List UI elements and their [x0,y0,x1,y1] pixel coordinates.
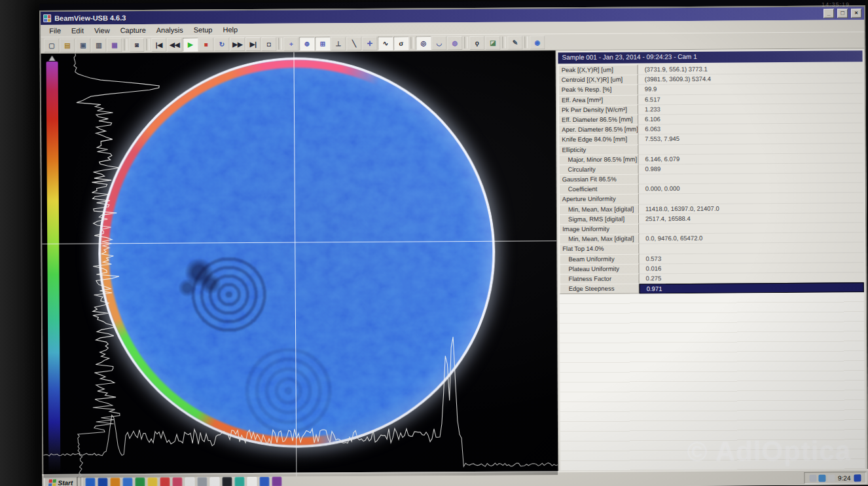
toolbar-separator [124,39,127,50]
line-fit-icon[interactable]: ∿ [378,36,393,50]
quicklaunch-icon[interactable] [147,477,157,486]
snapshot-icon[interactable]: ◘ [261,37,276,50]
menu-item-file[interactable]: File [44,26,66,35]
centroid-marker-icon[interactable]: ⊕ [299,37,314,50]
diagonal-cursor-icon[interactable]: ╲ [346,36,361,50]
quicklaunch-icon[interactable] [98,477,107,486]
tray-icon[interactable] [818,474,825,481]
quicklaunch-icon[interactable] [222,477,232,486]
results-empty-area [560,293,865,476]
vertical-profile-curve [74,53,162,477]
results-panel: Sample 001 - Jan 23, 2014 - 09:24:23 - C… [555,48,867,475]
profile-curves [41,50,558,478]
quicklaunch-icon[interactable] [135,477,145,486]
toolbar-separator [464,37,467,48]
refresh-icon[interactable]: ↻ [214,37,229,51]
quicklaunch-icon[interactable] [85,477,95,486]
quicklaunch-icon[interactable] [185,477,194,486]
menu-item-edit[interactable]: Edit [66,26,89,35]
quicklaunch-icon[interactable] [197,477,207,486]
system-tray[interactable]: 9:24 [804,472,867,484]
cursor-lines-icon[interactable]: ⊥ [331,37,346,50]
row-label: Edge Steepness [560,284,640,295]
clip-level-icon[interactable]: ◍ [447,36,462,50]
camera-capture-icon[interactable]: ◙ [129,38,144,52]
close-button[interactable]: × [851,9,861,18]
quicklaunch-icon[interactable] [259,476,269,486]
export-image-icon[interactable]: ◪ [485,35,500,49]
stop-icon[interactable]: ■ [198,37,213,51]
copy-icon[interactable]: ▦ [107,38,122,52]
app-icon [43,14,51,22]
taskbar-separator [80,477,82,486]
toolbar-separator [146,39,149,50]
monitor-screen: BeamView-USB 4.6.3 _ □ × FileEditViewCap… [39,0,868,486]
quicklaunch-icon[interactable] [272,476,281,486]
pen-tool-icon[interactable]: ✎ [507,35,522,49]
last-frame-icon[interactable]: ▶| [245,37,261,50]
zoom-icon[interactable]: ϙ [469,35,484,49]
beamview-window: BeamView-USB 4.6.3 _ □ × FileEditViewCap… [39,5,868,486]
horizontal-profile-curve [43,336,558,469]
new-file-icon[interactable]: ▢ [44,38,59,52]
toolbar-separator [410,37,414,49]
quicklaunch-icon[interactable] [247,476,257,486]
beam-display[interactable] [41,50,558,478]
crosshair-icon[interactable]: + [283,37,298,50]
quicklaunch-icon[interactable] [234,477,244,486]
results-table: Peak [(X,Y)R] [um](3731.9, 556.1) 3773.1… [558,64,864,294]
sample-header: Sample 001 - Jan 23, 2014 - 09:24:23 - C… [558,50,862,64]
info-icon[interactable]: ◉ [530,35,545,49]
tray-network-icon[interactable] [854,474,861,481]
rewind-icon[interactable]: ◀◀ [167,37,182,51]
menu-item-analysis[interactable]: Analysis [151,25,189,35]
camera-timestamp: 14:35:19 [822,1,850,8]
quicklaunch-icon[interactable] [110,477,120,486]
minimize-button[interactable]: _ [823,9,834,18]
arc-tool-icon[interactable]: ◡ [431,36,446,50]
client-area: Sample 001 - Jan 23, 2014 - 09:24:23 - C… [41,48,867,478]
sigma-icon[interactable]: σ [393,36,408,50]
quicklaunch-icon[interactable] [160,477,170,486]
taskbar-clock: 9:24 [838,474,851,481]
open-file-icon[interactable]: ▤ [60,38,75,52]
tray-icon[interactable] [809,474,816,481]
pan-arrows-icon[interactable]: ✛ [362,36,377,50]
play-icon[interactable]: ▶ [183,37,198,51]
start-label: Start [58,479,73,486]
toolbar-separator [278,38,281,50]
profile-panes-icon[interactable]: ⊞ [315,37,330,50]
menu-item-help[interactable]: Help [217,25,243,35]
menu-item-setup[interactable]: Setup [189,25,218,35]
toolbar-separator [524,36,528,48]
tray-icon[interactable] [827,474,835,481]
print-icon[interactable]: ▥ [91,38,106,52]
forward-icon[interactable]: ▶▶ [230,37,245,51]
menu-item-capture[interactable]: Capture [115,25,151,35]
quicklaunch-icon[interactable] [209,477,219,486]
toolbar-separator [502,37,505,48]
save-icon[interactable]: ▣ [75,38,90,52]
quicklaunch-icon[interactable] [122,477,132,486]
menu-item-view[interactable]: View [89,26,115,35]
quick-launch-bar [85,476,281,486]
windows-flag-icon [48,479,56,486]
maximize-button[interactable]: □ [837,9,848,18]
first-frame-icon[interactable]: |◀ [151,37,166,51]
aperture-icon[interactable]: ◎ [416,36,431,50]
quicklaunch-icon[interactable] [172,477,182,486]
